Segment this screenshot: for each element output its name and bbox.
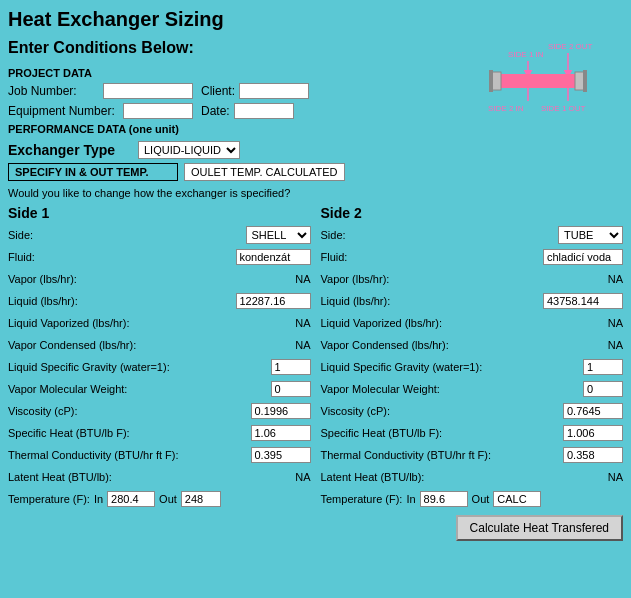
side1-temp-label: Temperature (F):: [8, 493, 90, 505]
side2-vapor-mw-label: Vapor Molecular Weight:: [321, 383, 584, 395]
side1-latent-heat-label: Latent Heat (BTU/lb):: [8, 471, 295, 483]
side2-liquid-vaporized-label: Liquid Vaporized (lbs/hr):: [321, 317, 608, 329]
side2-temp-out-label: Out: [472, 493, 490, 505]
job-number-label: Job Number:: [8, 84, 103, 98]
svg-text:SIDE 1 OUT: SIDE 1 OUT: [541, 104, 586, 113]
job-number-input[interactable]: [103, 83, 193, 99]
side2-fluid-input[interactable]: [543, 249, 623, 265]
side2-vapor-mw-input[interactable]: [583, 381, 623, 397]
side2-thermal-cond-label: Thermal Conductivity (BTU/hr ft F):: [321, 449, 564, 461]
side1-vapor-mw-label: Vapor Molecular Weight:: [8, 383, 271, 395]
exchanger-type-select[interactable]: LIQUID-LIQUID LIQUID-GAS GAS-GAS: [138, 141, 240, 159]
side1-latent-heat-value: NA: [295, 471, 310, 483]
side2-thermal-cond-input[interactable]: [563, 447, 623, 463]
side2-temp-out-input[interactable]: [493, 491, 541, 507]
side1-side-label: Side:: [8, 229, 246, 241]
side1-liquid-vaporized-label: Liquid Vaporized (lbs/hr):: [8, 317, 295, 329]
subtitle: Enter Conditions Below:: [8, 39, 443, 57]
side2-liquid-sg-label: Liquid Specific Gravity (water=1):: [321, 361, 584, 373]
svg-rect-7: [489, 70, 493, 92]
side1-viscosity-input[interactable]: [251, 403, 311, 419]
side1-thermal-cond-input[interactable]: [251, 447, 311, 463]
date-label: Date:: [201, 104, 230, 118]
side1-panel: Side 1 Side: SHELL TUBE Fluid: Vapor (lb…: [8, 205, 311, 507]
side1-temp-in-input[interactable]: [107, 491, 155, 507]
side1-liquid-input[interactable]: [236, 293, 311, 309]
calculate-button[interactable]: Calculate Heat Transfered: [456, 515, 623, 541]
side2-liquid-label: Liquid (lbs/hr):: [321, 295, 544, 307]
side1-viscosity-label: Viscosity (cP):: [8, 405, 251, 417]
side1-side-select[interactable]: SHELL TUBE: [246, 226, 311, 244]
side1-liquid-vaporized-value: NA: [295, 317, 310, 329]
side1-temp-out-input[interactable]: [181, 491, 221, 507]
side1-vapor-condensed-label: Vapor Condensed (lbs/hr):: [8, 339, 295, 351]
side2-vapor-condensed-value: NA: [608, 339, 623, 351]
side2-viscosity-label: Viscosity (cP):: [321, 405, 564, 417]
side2-vapor-value: NA: [608, 273, 623, 285]
side2-side-label: Side:: [321, 229, 559, 241]
side1-temp-out-label: Out: [159, 493, 177, 505]
side1-liquid-sg-input[interactable]: [271, 359, 311, 375]
side2-liquid-input[interactable]: [543, 293, 623, 309]
side1-thermal-cond-label: Thermal Conductivity (BTU/hr ft F):: [8, 449, 251, 461]
performance-label: PERFORMANCE DATA (one unit): [8, 123, 443, 135]
side2-panel: Side 2 Side: TUBE SHELL Fluid: Vapor (lb…: [321, 205, 624, 507]
exchanger-type-label: Exchanger Type: [8, 142, 138, 158]
side1-liquid-sg-label: Liquid Specific Gravity (water=1):: [8, 361, 271, 373]
svg-text:SIDE 2 IN: SIDE 2 IN: [488, 104, 524, 113]
svg-rect-4: [498, 74, 578, 88]
side2-temp-label: Temperature (F):: [321, 493, 403, 505]
heat-exchanger-diagram: SIDE 2 OUT SIDE 1 IN SIDE 2 IN SIDE: [453, 39, 623, 122]
side2-title: Side 2: [321, 205, 624, 221]
temp-spec-left: SPECIFY IN & OUT TEMP.: [8, 163, 178, 181]
client-label: Client:: [201, 84, 235, 98]
client-input[interactable]: [239, 83, 309, 99]
side1-vapor-label: Vapor (lbs/hr):: [8, 273, 295, 285]
side1-temp-in-label: In: [94, 493, 103, 505]
side1-liquid-label: Liquid (lbs/hr):: [8, 295, 236, 307]
date-input[interactable]: [234, 103, 294, 119]
svg-text:SIDE 2 OUT: SIDE 2 OUT: [548, 42, 593, 51]
side1-specific-heat-label: Specific Heat (BTU/lb F):: [8, 427, 251, 439]
project-data-label: PROJECT DATA: [8, 67, 443, 79]
side2-latent-heat-label: Latent Heat (BTU/lb):: [321, 471, 608, 483]
side1-fluid-input[interactable]: [236, 249, 311, 265]
side2-vapor-condensed-label: Vapor Condensed (lbs/hr):: [321, 339, 608, 351]
side1-vapor-mw-input[interactable]: [271, 381, 311, 397]
side1-title: Side 1: [8, 205, 311, 221]
side2-side-select[interactable]: TUBE SHELL: [558, 226, 623, 244]
side1-vapor-condensed-value: NA: [295, 339, 310, 351]
side1-vapor-value: NA: [295, 273, 310, 285]
equipment-number-label: Equipment Number:: [8, 104, 123, 118]
side2-specific-heat-label: Specific Heat (BTU/lb F):: [321, 427, 564, 439]
side2-viscosity-input[interactable]: [563, 403, 623, 419]
side1-specific-heat-input[interactable]: [251, 425, 311, 441]
would-you-label: Would you like to change how the exchang…: [8, 187, 443, 199]
side2-temp-in-label: In: [406, 493, 415, 505]
svg-rect-8: [583, 70, 587, 92]
side2-vapor-label: Vapor (lbs/hr):: [321, 273, 608, 285]
side2-latent-heat-value: NA: [608, 471, 623, 483]
equipment-number-input[interactable]: [123, 103, 193, 119]
page-title: Heat Exchanger Sizing: [8, 8, 623, 31]
svg-text:SIDE 1 IN: SIDE 1 IN: [508, 50, 544, 59]
side1-fluid-label: Fluid:: [8, 251, 236, 263]
side2-liquid-vaporized-value: NA: [608, 317, 623, 329]
temp-spec-right: OULET TEMP. CALCULATED: [184, 163, 345, 181]
side2-liquid-sg-input[interactable]: [583, 359, 623, 375]
side2-specific-heat-input[interactable]: [563, 425, 623, 441]
side2-temp-in-input[interactable]: [420, 491, 468, 507]
side2-fluid-label: Fluid:: [321, 251, 544, 263]
